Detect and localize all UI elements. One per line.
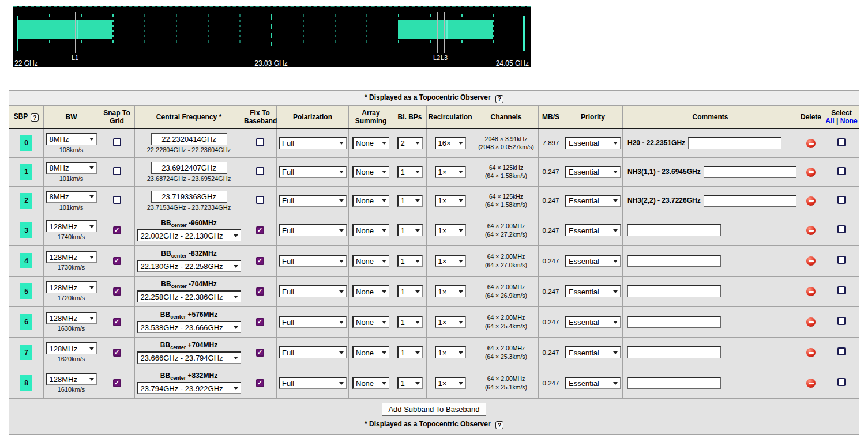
polarization-select[interactable]: Full — [279, 346, 347, 358]
select-row-checkbox[interactable] — [837, 378, 846, 386]
recirculation-select[interactable]: 1× — [435, 316, 466, 328]
fix-to-baseband-checkbox[interactable] — [256, 196, 264, 204]
fix-to-baseband-checkbox[interactable]: ✓ — [256, 379, 264, 387]
polarization-select[interactable]: Full — [279, 316, 347, 328]
polarization-select[interactable]: Full — [279, 166, 347, 178]
recirculation-select[interactable]: 1× — [435, 224, 466, 236]
central-frequency-input[interactable]: 23.7193368GHz — [151, 191, 227, 203]
bw-select[interactable]: 8MHz — [46, 133, 97, 145]
delete-row-button[interactable] — [806, 379, 816, 388]
snap-to-grid-checkbox[interactable]: ✓ — [113, 349, 121, 357]
select-row-checkbox[interactable] — [837, 256, 846, 264]
comment-input[interactable] — [627, 255, 721, 267]
array-summing-select[interactable]: None — [352, 316, 389, 328]
central-frequency-input[interactable]: 22.2320414GHz — [151, 133, 227, 145]
polarization-select[interactable]: Full — [279, 137, 347, 149]
comment-input[interactable] — [627, 316, 721, 328]
delete-row-button[interactable] — [806, 196, 816, 206]
priority-select[interactable]: Essential — [565, 137, 621, 149]
priority-select[interactable]: Essential — [565, 346, 621, 358]
bl-bps-select[interactable]: 1 — [397, 377, 423, 389]
bl-bps-select[interactable]: 1 — [397, 195, 423, 207]
priority-select[interactable]: Essential — [565, 285, 621, 297]
select-none-link[interactable]: None — [840, 117, 858, 125]
snap-to-grid-checkbox[interactable] — [113, 196, 121, 204]
recirculation-select[interactable]: 1× — [435, 195, 466, 207]
bw-select[interactable]: 8MHz — [46, 191, 97, 203]
select-row-checkbox[interactable] — [837, 317, 846, 325]
comment-input[interactable] — [627, 377, 721, 389]
array-summing-select[interactable]: None — [352, 137, 389, 149]
snap-to-grid-checkbox[interactable]: ✓ — [113, 379, 121, 387]
bw-select[interactable]: 128MHz — [46, 312, 97, 324]
sbp-help-icon[interactable]: ? — [31, 113, 39, 122]
comment-input[interactable] — [688, 137, 781, 149]
snap-to-grid-checkbox[interactable]: ✓ — [113, 226, 121, 234]
priority-select[interactable]: Essential — [565, 377, 621, 389]
delete-row-button[interactable] — [806, 348, 816, 357]
select-row-checkbox[interactable] — [837, 196, 846, 204]
comment-input[interactable] — [627, 285, 721, 297]
priority-select[interactable]: Essential — [565, 255, 621, 267]
fix-to-baseband-checkbox[interactable]: ✓ — [256, 226, 264, 234]
add-subband-button[interactable]: Add Subband To Baseband — [382, 403, 486, 416]
recirculation-select[interactable]: 1× — [435, 377, 466, 389]
central-frequency-select[interactable]: 22.258GHz - 22.386GHz — [137, 290, 241, 302]
array-summing-select[interactable]: None — [352, 224, 389, 236]
bl-bps-select[interactable]: 2 — [397, 137, 423, 149]
fix-to-baseband-checkbox[interactable] — [256, 138, 264, 146]
snap-to-grid-checkbox[interactable]: ✓ — [113, 257, 121, 265]
bl-bps-select[interactable]: 1 — [397, 285, 423, 297]
recirculation-select[interactable]: 1× — [435, 166, 466, 178]
array-summing-select[interactable]: None — [352, 377, 389, 389]
fix-to-baseband-checkbox[interactable] — [256, 167, 264, 175]
priority-select[interactable]: Essential — [565, 316, 621, 328]
central-frequency-select[interactable]: 22.130GHz - 22.258GHz — [137, 260, 241, 272]
help-icon[interactable]: ? — [495, 95, 503, 103]
snap-to-grid-checkbox[interactable] — [113, 167, 121, 175]
delete-row-button[interactable] — [806, 139, 816, 148]
central-frequency-select[interactable]: 23.666GHz - 23.794GHz — [137, 351, 241, 364]
bw-select[interactable]: 128MHz — [46, 281, 97, 293]
bl-bps-select[interactable]: 1 — [397, 224, 423, 236]
polarization-select[interactable]: Full — [279, 255, 347, 267]
fix-to-baseband-checkbox[interactable]: ✓ — [256, 318, 264, 326]
array-summing-select[interactable]: None — [352, 285, 389, 297]
delete-row-button[interactable] — [806, 168, 816, 177]
central-frequency-select[interactable]: 23.538GHz - 23.666GHz — [137, 321, 241, 333]
bl-bps-select[interactable]: 1 — [397, 255, 423, 267]
bw-select[interactable]: 128MHz — [46, 373, 97, 385]
comment-input[interactable] — [704, 166, 796, 178]
bl-bps-select[interactable]: 1 — [397, 346, 423, 358]
select-row-checkbox[interactable] — [837, 138, 846, 146]
bl-bps-select[interactable]: 1 — [397, 166, 423, 178]
snap-to-grid-checkbox[interactable]: ✓ — [113, 287, 121, 296]
central-frequency-select[interactable]: 23.794GHz - 23.922GHz — [137, 382, 241, 394]
bw-select[interactable]: 128MHz — [46, 251, 97, 263]
select-row-checkbox[interactable] — [837, 225, 846, 233]
select-row-checkbox[interactable] — [837, 286, 846, 294]
array-summing-select[interactable]: None — [352, 166, 389, 178]
select-all-link[interactable]: All — [825, 117, 834, 125]
central-frequency-select[interactable]: 22.002GHz - 22.130GHz — [137, 229, 241, 241]
select-row-checkbox[interactable] — [837, 347, 846, 355]
delete-row-button[interactable] — [806, 317, 816, 327]
recirculation-select[interactable]: 1× — [435, 346, 466, 358]
comment-input[interactable] — [627, 224, 721, 236]
array-summing-select[interactable]: None — [352, 255, 389, 267]
delete-row-button[interactable] — [806, 226, 816, 235]
recirculation-select[interactable]: 1× — [435, 255, 466, 267]
array-summing-select[interactable]: None — [352, 346, 389, 358]
select-row-checkbox[interactable] — [837, 167, 846, 175]
central-frequency-input[interactable]: 23.6912407GHz — [151, 162, 227, 174]
bw-select[interactable]: 128MHz — [46, 220, 97, 232]
delete-row-button[interactable] — [806, 287, 816, 296]
help-icon-bottom[interactable]: ? — [495, 421, 503, 429]
fix-to-baseband-checkbox[interactable]: ✓ — [256, 287, 264, 296]
snap-to-grid-checkbox[interactable] — [113, 138, 121, 146]
polarization-select[interactable]: Full — [279, 377, 347, 389]
priority-select[interactable]: Essential — [565, 166, 621, 178]
bw-select[interactable]: 128MHz — [46, 342, 97, 354]
snap-to-grid-checkbox[interactable]: ✓ — [113, 318, 121, 326]
polarization-select[interactable]: Full — [279, 195, 347, 207]
